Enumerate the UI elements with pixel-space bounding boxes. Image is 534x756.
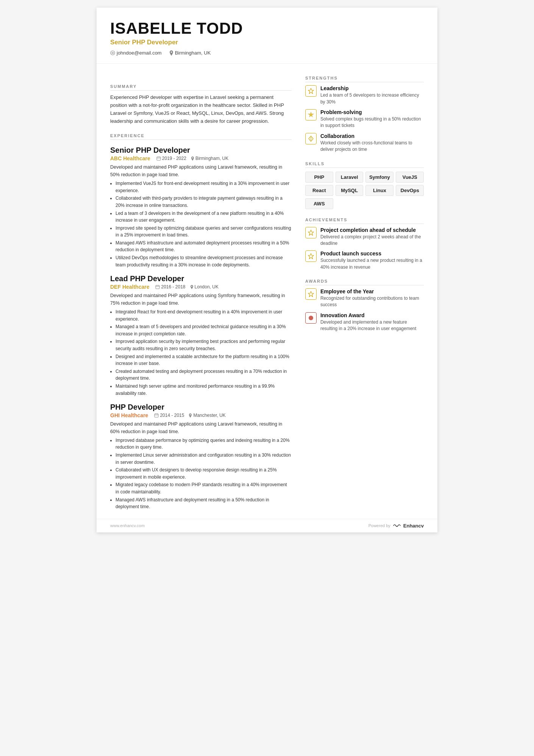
skill-vuejs: VueJS xyxy=(396,172,424,183)
footer-website: www.enhancv.com xyxy=(110,523,145,528)
bullet: Managed a team of 5 developers and provi… xyxy=(116,323,292,337)
skills-section-title: SKILLS xyxy=(305,161,424,168)
bullet: Collaborated with UX designers to develo… xyxy=(116,466,292,481)
strength-title-2: Problem-solving xyxy=(320,109,424,115)
email-info: johndoe@email.com xyxy=(110,50,162,56)
bullet: Utilized DevOps methodologies to streaml… xyxy=(116,254,292,268)
achievement-title-2: Product launch success xyxy=(320,250,424,257)
job-location-3: Manchester, UK xyxy=(189,413,225,418)
svg-point-0 xyxy=(111,51,115,55)
location-icon xyxy=(169,50,173,56)
award-title-1: Employee of the Year xyxy=(320,288,424,294)
bullet: Maintained high server uptime and monito… xyxy=(116,383,292,397)
svg-marker-17 xyxy=(308,230,314,235)
bullet: Led a team of 3 developers in the develo… xyxy=(116,210,292,224)
achievement-item-2: Product launch success Successfully laun… xyxy=(305,250,424,271)
summary-section-title: SUMMARY xyxy=(110,84,292,91)
job-location-2: London, UK xyxy=(190,284,219,290)
job-title-3: PHP Developer xyxy=(110,403,292,412)
award-desc-2: Developed and implemented a new feature … xyxy=(320,319,424,332)
strength-desc-1: Led a team of 5 developers to increase e… xyxy=(320,92,424,105)
strength-desc-3: Worked closely with cross-functional tea… xyxy=(320,140,424,153)
skill-aws: AWS xyxy=(305,198,333,209)
achievement-content-2: Product launch success Successfully laun… xyxy=(320,250,424,271)
job-meta-3: GHI Healthcare 2014 - 2015 Manchester, U… xyxy=(110,412,292,418)
strength-item-3: Collaboration Worked closely with cross-… xyxy=(305,133,424,153)
svg-point-1 xyxy=(112,52,114,54)
bullet: Collaborated with third-party providers … xyxy=(116,195,292,209)
achievement-icon-1 xyxy=(305,227,317,238)
achievement-icon-2 xyxy=(305,250,317,262)
email-icon xyxy=(110,50,115,55)
strength-title-3: Collaboration xyxy=(320,133,424,139)
job-bullets-2: Integrated React for front-end developme… xyxy=(116,308,292,397)
bullet: Implemented Linux server administration … xyxy=(116,452,292,466)
achievement-desc-1: Delivered a complex project 2 weeks ahea… xyxy=(320,234,424,247)
bullet: Improved site speed by optimizing databa… xyxy=(116,225,292,239)
award-title-2: Innovation Award xyxy=(320,312,424,318)
strength-icon-1 xyxy=(305,85,317,97)
calendar-icon-3 xyxy=(154,413,159,418)
footer-brand: Powered by Enhancv xyxy=(368,523,424,529)
svg-rect-2 xyxy=(157,157,161,160)
bullet: Improved database performance by optimiz… xyxy=(116,437,292,451)
svg-marker-14 xyxy=(308,88,314,94)
award-desc-1: Recognized for outstanding contributions… xyxy=(320,295,424,308)
header-section: ISABELLE TODD Senior PHP Developer johnd… xyxy=(97,8,437,64)
powered-by-label: Powered by xyxy=(368,523,390,528)
loc-icon-1 xyxy=(191,157,194,161)
strengths-section-title: STRENGTHS xyxy=(305,76,424,82)
job-info-3: 2014 - 2015 Manchester, UK xyxy=(154,413,225,418)
award-icon-1 xyxy=(305,288,317,300)
bullet: Managed AWS infrastructure and deploymen… xyxy=(116,496,292,510)
loc-icon-3 xyxy=(189,413,192,418)
body-content: SUMMARY Experienced PHP developer with e… xyxy=(97,64,437,519)
job-desc-3: Developed and maintained PHP application… xyxy=(110,421,292,435)
job-years-3: 2014 - 2015 xyxy=(154,413,184,418)
skills-grid: PHP Laravel Symfony VueJS React MySQL Li… xyxy=(305,172,424,209)
skill-mysql: MySQL xyxy=(336,185,364,196)
left-column: SUMMARY Experienced PHP developer with e… xyxy=(110,76,292,511)
job-meta-1: ABC Healthcare 2019 - 2022 Birmingham, U… xyxy=(110,155,292,161)
job-title-1: Senior PHP Developer xyxy=(110,146,292,155)
achievement-desc-2: Successfully launched a new product resu… xyxy=(320,257,424,271)
bullet: Integrated React for front-end developme… xyxy=(116,308,292,322)
bullet: Created automated testing and deployment… xyxy=(116,368,292,382)
svg-marker-19 xyxy=(308,291,314,297)
strength-content-1: Leadership Led a team of 5 developers to… xyxy=(320,85,424,105)
company-name-1: ABC Healthcare xyxy=(110,155,150,161)
contact-info: johndoe@email.com Birmingham, UK xyxy=(110,50,424,56)
strength-desc-2: Solved complex bugs resulting in a 50% r… xyxy=(320,116,424,129)
strength-icon-3 xyxy=(305,133,317,144)
awards-section-title: AWARDS xyxy=(305,279,424,285)
experience-section-title: EXPERIENCE xyxy=(110,133,292,140)
candidate-title: Senior PHP Developer xyxy=(110,39,424,46)
svg-point-20 xyxy=(309,316,313,320)
strength-content-2: Problem-solving Solved complex bugs resu… xyxy=(320,109,424,129)
brand-logo-icon xyxy=(393,523,401,528)
skill-react: React xyxy=(305,185,333,196)
location-info: Birmingham, UK xyxy=(169,50,211,56)
bullet: Managed AWS infrastructure and automated… xyxy=(116,239,292,254)
job-location-1: Birmingham, UK xyxy=(191,156,228,161)
skill-linux: Linux xyxy=(365,185,393,196)
brand-name: Enhancv xyxy=(403,523,424,529)
calendar-icon-1 xyxy=(156,156,161,161)
job-info-1: 2019 - 2022 Birmingham, UK xyxy=(156,156,228,161)
strength-icon-2 xyxy=(305,109,317,121)
resume-page: ISABELLE TODD Senior PHP Developer johnd… xyxy=(97,8,437,532)
job-years-1: 2019 - 2022 xyxy=(156,156,186,161)
skill-php: PHP xyxy=(305,172,333,183)
job-bullets-3: Improved database performance by optimiz… xyxy=(116,437,292,510)
svg-rect-10 xyxy=(155,414,158,417)
job-years-2: 2016 - 2018 xyxy=(155,284,185,290)
award-item-2: Innovation Award Developed and implement… xyxy=(305,312,424,332)
job-info-2: 2016 - 2018 London, UK xyxy=(155,284,218,290)
job-desc-2: Developed and maintained PHP application… xyxy=(110,292,292,307)
company-name-3: GHI Healthcare xyxy=(110,412,148,418)
company-name-2: DEF Healthcare xyxy=(110,284,149,290)
strength-content-3: Collaboration Worked closely with cross-… xyxy=(320,133,424,153)
bullet: Implemented VueJS for front-end developm… xyxy=(116,180,292,194)
bullet: Improved application security by impleme… xyxy=(116,338,292,352)
job-bullets-1: Implemented VueJS for front-end developm… xyxy=(116,180,292,268)
